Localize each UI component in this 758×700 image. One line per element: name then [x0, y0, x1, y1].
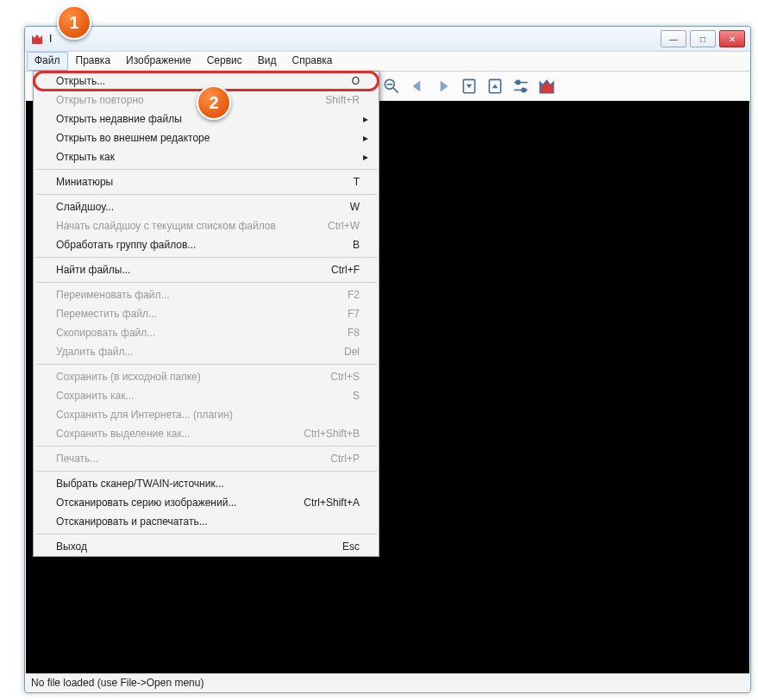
menu-item[interactable]: Отсканировать серию изображений...Ctrl+S…: [34, 493, 379, 512]
menu-item-shortcut: Ctrl+S: [330, 371, 360, 383]
menu-item-shortcut: Ctrl+W: [328, 220, 360, 232]
menu-service[interactable]: Сервис: [199, 52, 250, 71]
menu-item[interactable]: Обработать группу файлов...B: [34, 235, 379, 254]
menu-item: Переименовать файл...F2: [34, 285, 379, 304]
menu-item-shortcut: F8: [348, 327, 360, 339]
file-menu-dropdown: Открыть...OОткрыть повторноShift+RОткрыт…: [33, 71, 379, 557]
menu-edit[interactable]: Правка: [68, 52, 119, 71]
app-icon: [30, 32, 44, 46]
menu-item-label: Сохранить как...: [56, 390, 339, 402]
menu-item-label: Удалить файл...: [56, 346, 330, 358]
menu-item-label: Сохранить выделение как...: [56, 428, 290, 440]
menu-item-label: Найти файлы...: [56, 264, 317, 276]
menu-item-label: Открыть как: [56, 151, 346, 163]
menu-separator: [35, 257, 377, 258]
menu-item-label: Сохранить для Интернета... (плагин): [56, 409, 346, 421]
menu-item: Удалить файл...Del: [34, 342, 379, 361]
menu-item-shortcut: Ctrl+Shift+B: [304, 428, 360, 440]
forward-icon[interactable]: [434, 77, 453, 96]
menu-item-label: Отсканировать серию изображений...: [56, 497, 290, 509]
menu-item-shortcut: Ctrl+F: [331, 264, 360, 276]
menu-item-label: Открыть...: [56, 75, 338, 87]
submenu-arrow-icon: ▸: [360, 113, 368, 125]
submenu-arrow-icon: ▸: [360, 151, 368, 163]
menubar: Файл Правка Изображение Сервис Вид Справ…: [25, 52, 750, 72]
menu-item-shortcut: F2: [348, 289, 360, 301]
menu-item-shortcut: F7: [348, 308, 360, 320]
menu-item[interactable]: Открыть как▸: [34, 147, 379, 166]
menu-item-label: Миниатюры: [56, 176, 340, 188]
menu-separator: [35, 169, 377, 170]
settings-icon[interactable]: [511, 77, 530, 96]
window-title: I: [49, 33, 52, 45]
app-frame: I ― □ ✕ Файл Правка Изображение Сервис В…: [0, 0, 758, 700]
menu-item: Сохранить выделение как...Ctrl+Shift+B: [34, 424, 379, 443]
menu-separator: [35, 446, 377, 447]
menu-item-shortcut: Del: [344, 346, 360, 358]
next-file-icon[interactable]: [485, 77, 504, 96]
menu-item[interactable]: Выбрать сканер/TWAIN-источник...: [34, 474, 379, 493]
menu-item-shortcut: Ctrl+P: [330, 453, 360, 465]
menu-item-shortcut: O: [352, 75, 360, 87]
menu-help[interactable]: Справка: [284, 52, 340, 71]
window-buttons: ― □ ✕: [661, 30, 745, 47]
menu-separator: [35, 471, 377, 472]
annotation-badge-2: 2: [197, 85, 231, 120]
menu-item-label: Открыть повторно: [56, 94, 311, 106]
back-icon[interactable]: [408, 77, 427, 96]
menu-item-label: Обработать группу файлов...: [56, 239, 339, 251]
menu-item: Сохранить (в исходной папке)Ctrl+S: [34, 367, 379, 386]
menu-item-shortcut: Esc: [342, 541, 360, 553]
menu-item-label: Слайдшоу...: [56, 201, 336, 213]
menu-image[interactable]: Изображение: [118, 52, 199, 71]
menu-separator: [35, 194, 377, 195]
annotation-badge-1: 1: [57, 5, 91, 40]
menu-item[interactable]: Отсканировать и распечатать...: [34, 512, 379, 531]
menu-item-shortcut: W: [350, 201, 360, 213]
menu-item: Начать слайдшоу с текущим списком файлов…: [34, 216, 379, 235]
menu-item-shortcut: B: [353, 239, 360, 251]
menu-item: Сохранить для Интернета... (плагин): [34, 405, 379, 424]
menu-item-label: Начать слайдшоу с текущим списком файлов: [56, 220, 314, 232]
menu-item: Сохранить как...S: [34, 386, 379, 405]
menu-separator: [35, 534, 377, 534]
menu-item-shortcut: T: [354, 176, 360, 188]
menu-item[interactable]: ВыходEsc: [34, 537, 379, 556]
menu-item[interactable]: МиниатюрыT: [34, 172, 379, 191]
menu-item[interactable]: Найти файлы...Ctrl+F: [34, 260, 379, 279]
maximize-button[interactable]: □: [690, 30, 716, 47]
svg-point-8: [522, 88, 525, 91]
menu-item-label: Переместить файл...: [56, 308, 334, 320]
minimize-button[interactable]: ―: [661, 30, 686, 47]
menu-item[interactable]: Слайдшоу...W: [34, 197, 379, 216]
menu-separator: [35, 364, 377, 365]
menu-item-shortcut: Ctrl+Shift+A: [304, 497, 360, 509]
menu-item-label: Выбрать сканер/TWAIN-источник...: [56, 478, 346, 490]
menu-item-label: Скопировать файл...: [56, 327, 334, 339]
menu-item[interactable]: Открыть во внешнем редакторе▸: [34, 128, 379, 147]
menu-item-shortcut: Shift+R: [325, 94, 360, 106]
menu-item-shortcut: S: [353, 390, 360, 402]
status-text: No file loaded (use File->Open menu): [31, 677, 204, 689]
titlebar: I ― □ ✕: [25, 27, 750, 52]
zoom-out-icon[interactable]: [382, 77, 401, 96]
statusbar: No file loaded (use File->Open menu): [26, 673, 749, 691]
menu-item: Печать...Ctrl+P: [34, 449, 379, 468]
prev-file-icon[interactable]: [460, 77, 479, 96]
app-mascot-icon[interactable]: [537, 77, 556, 96]
menu-separator: [35, 282, 377, 283]
submenu-arrow-icon: ▸: [360, 132, 368, 144]
menu-item-label: Переименовать файл...: [56, 289, 334, 301]
menu-file[interactable]: Файл: [27, 52, 68, 71]
svg-line-1: [393, 88, 398, 93]
menu-view[interactable]: Вид: [250, 52, 285, 71]
menu-item: Скопировать файл...F8: [34, 323, 379, 342]
menu-item: Переместить файл...F7: [34, 304, 379, 323]
menu-item-label: Печать...: [56, 453, 316, 465]
menu-item-label: Отсканировать и распечатать...: [56, 516, 346, 528]
menu-item-label: Выход: [56, 541, 329, 553]
svg-point-7: [517, 80, 520, 84]
menu-item-label: Открыть во внешнем редакторе: [56, 132, 346, 144]
close-button[interactable]: ✕: [719, 30, 745, 47]
menu-item-label: Сохранить (в исходной папке): [56, 371, 316, 383]
